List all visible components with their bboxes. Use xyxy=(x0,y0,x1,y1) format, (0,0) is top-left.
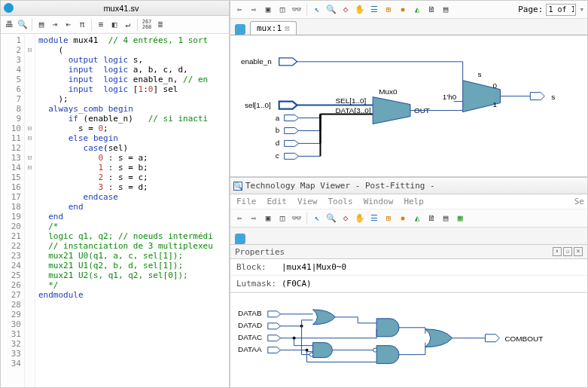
pointer-icon[interactable]: ↖ xyxy=(311,4,323,16)
tab-mux1[interactable]: mux:1 ⊠ xyxy=(250,21,297,35)
find-icon[interactable]: 🔍 xyxy=(17,19,29,31)
expand-icon[interactable]: ▣ xyxy=(262,4,274,16)
indent-icon[interactable]: ⇥ xyxy=(49,19,61,31)
menu-edit[interactable]: Edit xyxy=(267,197,288,206)
label-one: 1 xyxy=(492,100,497,108)
linecol-icon[interactable]: 267268 xyxy=(141,19,153,31)
list-icon[interactable]: ▤ xyxy=(440,212,452,225)
tab-label: mux:1 xyxy=(257,23,282,33)
svg-point-39 xyxy=(373,348,377,352)
label-combout: COMBOUT xyxy=(504,335,543,343)
menu-file[interactable]: File xyxy=(236,197,257,206)
forward-icon[interactable]: ⇨ xyxy=(248,212,260,225)
zoom-icon[interactable]: 🔍 xyxy=(325,4,337,16)
print-icon[interactable]: 🖶 xyxy=(3,19,15,31)
block-value: |mux41|Mux0~0 xyxy=(282,262,346,272)
hierarchy-icon[interactable]: ⊞ xyxy=(382,4,395,16)
menu-tools[interactable]: Tools xyxy=(328,197,353,206)
code-text[interactable]: module mux41 // 4 entrées, 1 sort ( outp… xyxy=(35,34,229,387)
rtlviewer-pane: ⇦ ⇨ ▣ ◫ 👓 ↖ 🔍 ◇ ✋ ☰ ⊞ ✸ ◭ 🗎 ▤ Page: ▾ mu… xyxy=(230,0,588,177)
hierarchy-icon[interactable]: ⊞ xyxy=(382,212,395,225)
label-datad: DATAD xyxy=(238,321,262,329)
techmap-title: Technology Map Viewer - Post-Fitting - xyxy=(245,181,435,191)
label-datawire: DATA[3..0] xyxy=(335,106,370,115)
techmap-titlebar: 🔍 Technology Map Viewer - Post-Fitting - xyxy=(230,178,587,194)
properties-header: Properties ⬍ ▫ × xyxy=(230,244,587,259)
menu-view[interactable]: View xyxy=(297,197,318,206)
magnify-icon: 🔍 xyxy=(233,182,242,191)
rtl-tabrow: mux:1 ⊠ xyxy=(230,19,587,35)
pin-icon[interactable]: ⬍ xyxy=(553,247,562,256)
sheet-icon[interactable]: 🗎 xyxy=(425,4,437,16)
syntax-icon[interactable]: π xyxy=(76,19,88,31)
binoculars-icon[interactable]: 👓 xyxy=(291,212,303,225)
layers-icon[interactable]: ◭ xyxy=(411,4,423,16)
layers-icon[interactable]: ◭ xyxy=(411,212,423,225)
collapse-icon[interactable]: ◫ xyxy=(276,212,288,225)
page-input[interactable] xyxy=(546,4,576,16)
editor-toolbar: 🖶 🔍 ▤ ⇥ ⇤ π ≡ ◧ ↵ 267268 ≣ xyxy=(1,16,229,34)
sheet-icon[interactable]: 🗎 xyxy=(425,212,437,225)
lutmask-value: (F0CA) xyxy=(282,279,312,289)
format-icon[interactable]: ≣ xyxy=(154,19,166,31)
chat-icon[interactable] xyxy=(235,24,245,35)
label-enable-n: enable_n xyxy=(241,57,272,66)
code-area[interactable]: 1234567891011121314151617181920212223242… xyxy=(1,34,229,387)
editor-pane: mux41.sv 🖶 🔍 ▤ ⇥ ⇤ π ≡ ◧ ↵ 267268 ≣ 1234… xyxy=(0,0,230,388)
settings-icon[interactable]: ✸ xyxy=(397,212,409,225)
pan-icon[interactable]: ✋ xyxy=(354,212,366,225)
dock-icon[interactable]: ▫ xyxy=(563,247,572,256)
tree-icon[interactable]: ◧ xyxy=(108,19,120,31)
forward-icon[interactable]: ⇨ xyxy=(248,4,260,16)
select-icon[interactable]: ☰ xyxy=(368,212,380,225)
wrap-icon[interactable]: ↵ xyxy=(122,19,134,31)
techmap-tabrow xyxy=(230,228,587,244)
label-s: s xyxy=(478,70,482,78)
lutmask-row: Lutmask: (F0CA) xyxy=(230,276,587,292)
bookmark-icon[interactable]: ▤ xyxy=(35,19,47,31)
close-icon[interactable]: × xyxy=(574,247,583,256)
close-icon[interactable]: ⊠ xyxy=(285,23,290,33)
label-sout: s xyxy=(551,93,555,101)
fit-icon[interactable]: ◇ xyxy=(340,4,352,16)
properties-label: Properties xyxy=(235,247,285,257)
pan-icon[interactable]: ✋ xyxy=(354,4,366,16)
label-sel: sel[1..0] xyxy=(245,101,271,109)
chat-icon[interactable] xyxy=(235,234,245,244)
align-icon[interactable]: ≡ xyxy=(95,19,107,31)
label-zero: 0 xyxy=(492,81,497,90)
rtl-schematic[interactable]: enable_n sel[1..0] SEL[1..0] a b d c DAT… xyxy=(230,35,587,176)
svg-point-30 xyxy=(309,353,313,356)
search-hint[interactable]: Se xyxy=(574,197,584,206)
menu-window[interactable]: Window xyxy=(364,197,394,206)
binoculars-icon[interactable]: 👓 xyxy=(291,4,303,16)
zoom-icon[interactable]: 🔍 xyxy=(325,212,337,225)
app-badge-icon xyxy=(2,1,15,14)
label-selwire: SEL[1..0] xyxy=(335,96,366,105)
fit-icon[interactable]: ◇ xyxy=(340,212,352,225)
back-icon[interactable]: ⇦ xyxy=(233,212,245,225)
fold-gutter[interactable]: ⊟⊟⊟⊟⊟ xyxy=(25,34,35,387)
list-icon[interactable]: ▤ xyxy=(440,4,452,16)
line-gutter: 1234567891011121314151617181920212223242… xyxy=(1,34,25,387)
label-dataa: DATAA xyxy=(238,345,262,353)
label-a: a xyxy=(276,114,280,122)
collapse-icon[interactable]: ◫ xyxy=(276,4,288,16)
label-datac: DATAC xyxy=(238,333,262,341)
select-icon[interactable]: ☰ xyxy=(368,4,380,16)
label-d: d xyxy=(276,139,280,147)
label-c: c xyxy=(276,151,279,160)
lutmask-label: Lutmask: xyxy=(236,279,282,289)
outdent-icon[interactable]: ⇤ xyxy=(62,19,75,31)
gate-schematic[interactable]: DATAB DATAD DATAC DATAA xyxy=(230,292,587,383)
pointer-icon[interactable]: ↖ xyxy=(311,212,323,225)
expand-icon[interactable]: ▣ xyxy=(262,212,274,225)
settings-icon[interactable]: ✸ xyxy=(397,4,409,16)
label-datab: DATAB xyxy=(238,309,262,317)
label-out: OUT xyxy=(414,106,430,115)
menu-help[interactable]: Help xyxy=(404,197,424,206)
page-dropdown-icon[interactable]: ▾ xyxy=(579,5,584,14)
block-label: Block: xyxy=(236,262,282,272)
back-icon[interactable]: ⇦ xyxy=(233,4,245,16)
highlight-icon[interactable]: ▦ xyxy=(454,212,466,225)
